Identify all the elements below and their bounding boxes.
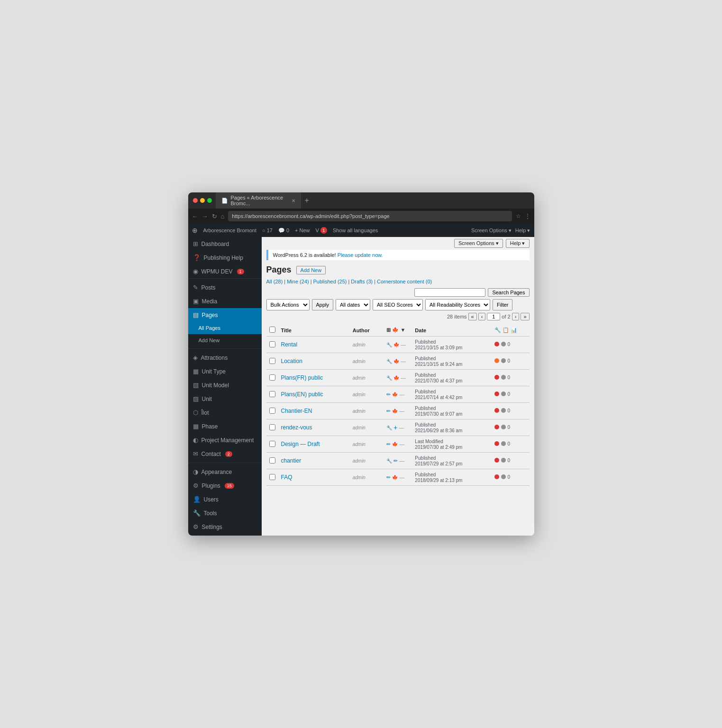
sidebar-item-unit-model[interactable]: ▧ Unit Model (188, 378, 262, 392)
page-number-input[interactable] (487, 313, 500, 320)
page-title-link[interactable]: chantier (281, 457, 302, 464)
filter-button[interactable]: Filter (493, 299, 512, 310)
dash: — (401, 375, 406, 381)
sidebar-item-appearance[interactable]: ◑ Appearance (188, 465, 262, 479)
row-checkbox[interactable] (269, 358, 275, 364)
help-btn[interactable]: Help ▾ (515, 228, 530, 234)
page-title-link[interactable]: FAQ (281, 474, 292, 481)
new-tab-button[interactable]: + (305, 196, 309, 205)
sidebar-item-unit-type[interactable]: ▦ Unit Type (188, 364, 262, 378)
sidebar-item-label: Unit Model (202, 382, 229, 389)
page-title-link[interactable]: Plans(EN) public (281, 391, 323, 398)
page-of: of 2 (502, 314, 510, 319)
row-checkbox[interactable] (269, 408, 275, 414)
filter-drafts[interactable]: Drafts (3) (351, 279, 373, 284)
page-title-link[interactable]: Rental (281, 341, 298, 348)
add-new-button[interactable]: Add New (296, 266, 326, 274)
select-all-checkbox[interactable] (269, 327, 275, 333)
tab-close-btn[interactable]: ✕ (292, 198, 295, 203)
admin-bar-new[interactable]: + New (295, 228, 310, 233)
close-dot[interactable] (193, 198, 198, 203)
filter-published[interactable]: Published (25) (313, 279, 347, 284)
address-input[interactable] (228, 211, 512, 221)
sidebar-item-contact[interactable]: ✉ Contact 2 (188, 447, 262, 461)
update-link[interactable]: Please update now. (338, 252, 383, 258)
screen-options-btn[interactable]: Screen Options ▾ (471, 228, 512, 234)
sidebar-item-add-new[interactable]: Add New (188, 334, 262, 346)
bulk-actions-select[interactable]: Bulk Actions (266, 299, 310, 310)
page-title-link[interactable]: Location (281, 358, 302, 364)
filter-mine[interactable]: Mine (24) (287, 279, 309, 284)
maximize-dot[interactable] (207, 198, 212, 203)
flag1: 🔧 (386, 375, 392, 381)
next-page-button[interactable]: › (512, 313, 520, 320)
edit-icon[interactable]: ✏ (386, 408, 391, 414)
first-page-button[interactable]: « (468, 313, 477, 320)
page-title-link[interactable]: Plans(FR) public (281, 374, 323, 381)
author-header[interactable]: Author (350, 324, 384, 337)
seo-scores-select[interactable]: All SEO Scores (373, 299, 423, 310)
sidebar-item-unit[interactable]: ▨ Unit (188, 392, 262, 406)
sidebar-item-all-pages[interactable]: All Pages (188, 322, 262, 334)
sidebar-item-attractions[interactable]: ◈ Attractions (188, 351, 262, 364)
row-checkbox[interactable] (269, 341, 275, 347)
row-date-cell: Published 2021/10/15 at 3:09 pm (412, 337, 491, 353)
reload-button[interactable]: ↻ (212, 213, 217, 220)
last-page-button[interactable]: » (521, 313, 529, 320)
row-checkbox[interactable] (269, 424, 275, 430)
admin-bar-site[interactable]: Arborescence Bromont (203, 228, 257, 233)
help-button[interactable]: Help ▾ (506, 239, 530, 248)
home-button[interactable]: ⌂ (221, 213, 225, 220)
filter-all[interactable]: All (28) (266, 279, 283, 284)
page-title-link[interactable]: Chantier-EN (281, 408, 312, 414)
sidebar-item-pages[interactable]: ▤ Pages (188, 308, 262, 322)
readability-scores-select[interactable]: All Readability Scores (425, 299, 490, 310)
sidebar-item-project-mgmt[interactable]: ◐ Project Management (188, 433, 262, 447)
title-header[interactable]: Title (278, 324, 350, 337)
row-checkbox[interactable] (269, 474, 275, 480)
admin-bar-seo[interactable]: V 1 (316, 227, 327, 234)
screen-options-button[interactable]: Screen Options ▾ (454, 239, 503, 248)
sidebar-item-publishing-help[interactable]: ❓ Publishing Help (188, 251, 262, 264)
search-input[interactable] (414, 288, 485, 297)
sidebar-item-phase[interactable]: ▦ Phase (188, 419, 262, 433)
admin-bar-updates[interactable]: ○ 17 (262, 228, 273, 233)
prev-page-button[interactable]: ‹ (478, 313, 486, 320)
search-pages-button[interactable]: Search Pages (488, 288, 529, 297)
apply-button[interactable]: Apply (312, 299, 334, 310)
plus-icon[interactable]: + (393, 424, 397, 431)
forward-button[interactable]: → (202, 213, 208, 220)
sidebar-item-media[interactable]: ▣ Media (188, 294, 262, 308)
sidebar-item-settings[interactable]: ⚙ Settings (188, 520, 262, 534)
page-title-link[interactable]: Design — Draft (281, 441, 320, 447)
admin-bar-languages[interactable]: Show all languages (333, 228, 378, 233)
minimize-dot[interactable] (200, 198, 205, 203)
row-checkbox[interactable] (269, 457, 275, 464)
edit-icon[interactable]: ✏ (386, 391, 391, 398)
row-checkbox[interactable] (269, 391, 275, 397)
sidebar-item-users[interactable]: 👤 Users (188, 492, 262, 506)
date-header[interactable]: Date (412, 324, 491, 337)
more-icon[interactable]: ⋮ (525, 213, 530, 219)
sidebar-item-ilot[interactable]: ⬡ Îlot (188, 406, 262, 419)
filter-cornerstone[interactable]: Cornerstone content (0) (377, 279, 432, 284)
sidebar-item-tools[interactable]: 🔧 Tools (188, 506, 262, 520)
browser-tab[interactable]: 📄 Pages « Arborescence Bromc... ✕ (216, 192, 301, 209)
edit-icon[interactable]: ✏ (393, 458, 398, 464)
admin-bar-comments[interactable]: 💬 0 (278, 228, 289, 234)
sidebar-item-posts[interactable]: ✎ Posts (188, 281, 262, 294)
row-checkbox[interactable] (269, 374, 275, 381)
page-title-link[interactable]: rendez-vous (281, 424, 312, 431)
comments-icon: 💬 (278, 228, 285, 234)
wp-logo-icon[interactable]: ⊕ (192, 227, 198, 234)
bookmark-icon[interactable]: ☆ (516, 213, 521, 219)
dates-select[interactable]: All dates (336, 299, 370, 310)
sidebar-item-dashboard[interactable]: ⊞ Dashboard (188, 237, 262, 251)
row-checkbox[interactable] (269, 441, 275, 447)
sidebar-item-plugins[interactable]: ⚙ Plugins 15 (188, 479, 262, 492)
back-button[interactable]: ← (192, 213, 198, 220)
sidebar-item-wpmu-dev[interactable]: ◉ WPMU DEV 1 (188, 264, 262, 278)
edit-icon[interactable]: ✏ (386, 441, 391, 447)
flag2: 🍁 (392, 392, 398, 397)
edit-icon[interactable]: ✏ (386, 474, 391, 481)
